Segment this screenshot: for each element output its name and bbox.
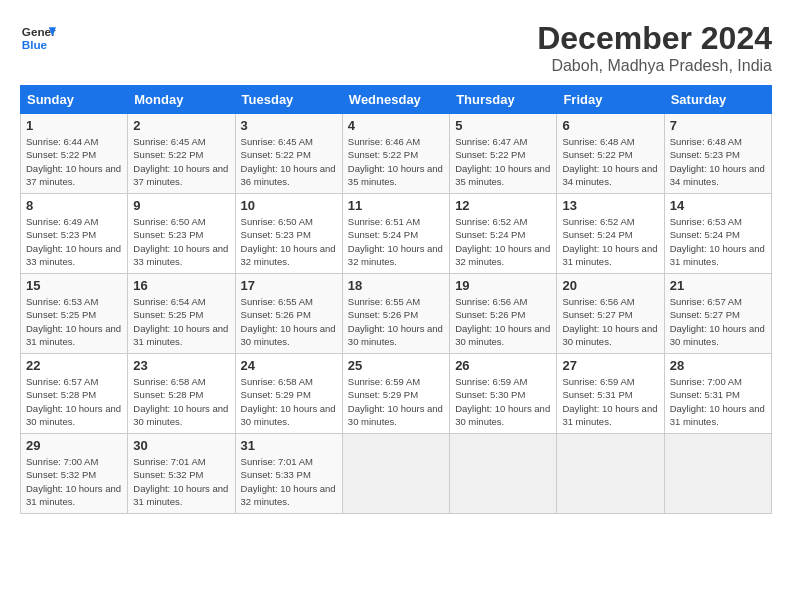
table-row: 15Sunrise: 6:53 AMSunset: 5:25 PMDayligh…	[21, 274, 128, 354]
day-info: Sunrise: 6:45 AMSunset: 5:22 PMDaylight:…	[133, 135, 229, 188]
day-info: Sunrise: 6:57 AMSunset: 5:27 PMDaylight:…	[670, 295, 766, 348]
day-number: 30	[133, 438, 229, 453]
calendar-week-row: 8Sunrise: 6:49 AMSunset: 5:23 PMDaylight…	[21, 194, 772, 274]
day-number: 12	[455, 198, 551, 213]
day-info: Sunrise: 6:59 AMSunset: 5:30 PMDaylight:…	[455, 375, 551, 428]
table-row: 20Sunrise: 6:56 AMSunset: 5:27 PMDayligh…	[557, 274, 664, 354]
day-info: Sunrise: 6:45 AMSunset: 5:22 PMDaylight:…	[241, 135, 337, 188]
day-number: 29	[26, 438, 122, 453]
day-number: 27	[562, 358, 658, 373]
calendar-header-row: Sunday Monday Tuesday Wednesday Thursday…	[21, 86, 772, 114]
table-row: 21Sunrise: 6:57 AMSunset: 5:27 PMDayligh…	[664, 274, 771, 354]
day-number: 14	[670, 198, 766, 213]
table-row: 9Sunrise: 6:50 AMSunset: 5:23 PMDaylight…	[128, 194, 235, 274]
day-number: 31	[241, 438, 337, 453]
table-row: 29Sunrise: 7:00 AMSunset: 5:32 PMDayligh…	[21, 434, 128, 514]
table-row: 14Sunrise: 6:53 AMSunset: 5:24 PMDayligh…	[664, 194, 771, 274]
day-number: 9	[133, 198, 229, 213]
day-number: 17	[241, 278, 337, 293]
day-number: 2	[133, 118, 229, 133]
table-row: 16Sunrise: 6:54 AMSunset: 5:25 PMDayligh…	[128, 274, 235, 354]
day-number: 6	[562, 118, 658, 133]
svg-text:Blue: Blue	[22, 38, 48, 51]
day-info: Sunrise: 6:51 AMSunset: 5:24 PMDaylight:…	[348, 215, 444, 268]
table-row: 2Sunrise: 6:45 AMSunset: 5:22 PMDaylight…	[128, 114, 235, 194]
table-row: 18Sunrise: 6:55 AMSunset: 5:26 PMDayligh…	[342, 274, 449, 354]
day-number: 26	[455, 358, 551, 373]
header-monday: Monday	[128, 86, 235, 114]
day-info: Sunrise: 7:01 AMSunset: 5:33 PMDaylight:…	[241, 455, 337, 508]
header-tuesday: Tuesday	[235, 86, 342, 114]
day-number: 15	[26, 278, 122, 293]
day-info: Sunrise: 6:52 AMSunset: 5:24 PMDaylight:…	[455, 215, 551, 268]
month-title: December 2024	[537, 20, 772, 57]
day-number: 28	[670, 358, 766, 373]
table-row: 10Sunrise: 6:50 AMSunset: 5:23 PMDayligh…	[235, 194, 342, 274]
day-number: 25	[348, 358, 444, 373]
day-info: Sunrise: 6:55 AMSunset: 5:26 PMDaylight:…	[348, 295, 444, 348]
day-number: 19	[455, 278, 551, 293]
logo-icon: General Blue	[20, 20, 56, 56]
table-row: 31Sunrise: 7:01 AMSunset: 5:33 PMDayligh…	[235, 434, 342, 514]
table-row	[664, 434, 771, 514]
day-info: Sunrise: 6:50 AMSunset: 5:23 PMDaylight:…	[133, 215, 229, 268]
table-row: 27Sunrise: 6:59 AMSunset: 5:31 PMDayligh…	[557, 354, 664, 434]
table-row: 13Sunrise: 6:52 AMSunset: 5:24 PMDayligh…	[557, 194, 664, 274]
header-sunday: Sunday	[21, 86, 128, 114]
header-friday: Friday	[557, 86, 664, 114]
table-row	[557, 434, 664, 514]
table-row	[342, 434, 449, 514]
table-row: 24Sunrise: 6:58 AMSunset: 5:29 PMDayligh…	[235, 354, 342, 434]
day-info: Sunrise: 7:00 AMSunset: 5:31 PMDaylight:…	[670, 375, 766, 428]
table-row: 25Sunrise: 6:59 AMSunset: 5:29 PMDayligh…	[342, 354, 449, 434]
day-number: 13	[562, 198, 658, 213]
calendar-week-row: 29Sunrise: 7:00 AMSunset: 5:32 PMDayligh…	[21, 434, 772, 514]
table-row	[450, 434, 557, 514]
header-thursday: Thursday	[450, 86, 557, 114]
calendar-table: Sunday Monday Tuesday Wednesday Thursday…	[20, 85, 772, 514]
header-wednesday: Wednesday	[342, 86, 449, 114]
table-row: 5Sunrise: 6:47 AMSunset: 5:22 PMDaylight…	[450, 114, 557, 194]
table-row: 7Sunrise: 6:48 AMSunset: 5:23 PMDaylight…	[664, 114, 771, 194]
day-info: Sunrise: 6:59 AMSunset: 5:29 PMDaylight:…	[348, 375, 444, 428]
calendar-week-row: 1Sunrise: 6:44 AMSunset: 5:22 PMDaylight…	[21, 114, 772, 194]
day-info: Sunrise: 6:59 AMSunset: 5:31 PMDaylight:…	[562, 375, 658, 428]
table-row: 4Sunrise: 6:46 AMSunset: 5:22 PMDaylight…	[342, 114, 449, 194]
table-row: 12Sunrise: 6:52 AMSunset: 5:24 PMDayligh…	[450, 194, 557, 274]
day-info: Sunrise: 6:47 AMSunset: 5:22 PMDaylight:…	[455, 135, 551, 188]
day-number: 8	[26, 198, 122, 213]
day-info: Sunrise: 6:48 AMSunset: 5:22 PMDaylight:…	[562, 135, 658, 188]
day-info: Sunrise: 6:54 AMSunset: 5:25 PMDaylight:…	[133, 295, 229, 348]
logo: General Blue	[20, 20, 56, 56]
table-row: 22Sunrise: 6:57 AMSunset: 5:28 PMDayligh…	[21, 354, 128, 434]
day-number: 7	[670, 118, 766, 133]
calendar-week-row: 22Sunrise: 6:57 AMSunset: 5:28 PMDayligh…	[21, 354, 772, 434]
day-number: 11	[348, 198, 444, 213]
day-number: 21	[670, 278, 766, 293]
day-info: Sunrise: 6:53 AMSunset: 5:25 PMDaylight:…	[26, 295, 122, 348]
table-row: 6Sunrise: 6:48 AMSunset: 5:22 PMDaylight…	[557, 114, 664, 194]
day-number: 10	[241, 198, 337, 213]
table-row: 3Sunrise: 6:45 AMSunset: 5:22 PMDaylight…	[235, 114, 342, 194]
header-saturday: Saturday	[664, 86, 771, 114]
calendar-week-row: 15Sunrise: 6:53 AMSunset: 5:25 PMDayligh…	[21, 274, 772, 354]
page-header: General Blue December 2024 Daboh, Madhya…	[20, 20, 772, 75]
day-number: 24	[241, 358, 337, 373]
table-row: 30Sunrise: 7:01 AMSunset: 5:32 PMDayligh…	[128, 434, 235, 514]
day-info: Sunrise: 6:50 AMSunset: 5:23 PMDaylight:…	[241, 215, 337, 268]
day-info: Sunrise: 7:00 AMSunset: 5:32 PMDaylight:…	[26, 455, 122, 508]
day-info: Sunrise: 6:48 AMSunset: 5:23 PMDaylight:…	[670, 135, 766, 188]
table-row: 26Sunrise: 6:59 AMSunset: 5:30 PMDayligh…	[450, 354, 557, 434]
day-info: Sunrise: 6:58 AMSunset: 5:29 PMDaylight:…	[241, 375, 337, 428]
day-info: Sunrise: 6:53 AMSunset: 5:24 PMDaylight:…	[670, 215, 766, 268]
day-info: Sunrise: 6:55 AMSunset: 5:26 PMDaylight:…	[241, 295, 337, 348]
day-number: 5	[455, 118, 551, 133]
table-row: 8Sunrise: 6:49 AMSunset: 5:23 PMDaylight…	[21, 194, 128, 274]
table-row: 19Sunrise: 6:56 AMSunset: 5:26 PMDayligh…	[450, 274, 557, 354]
day-info: Sunrise: 6:56 AMSunset: 5:27 PMDaylight:…	[562, 295, 658, 348]
day-number: 18	[348, 278, 444, 293]
day-info: Sunrise: 6:52 AMSunset: 5:24 PMDaylight:…	[562, 215, 658, 268]
day-info: Sunrise: 6:49 AMSunset: 5:23 PMDaylight:…	[26, 215, 122, 268]
day-number: 22	[26, 358, 122, 373]
day-number: 16	[133, 278, 229, 293]
